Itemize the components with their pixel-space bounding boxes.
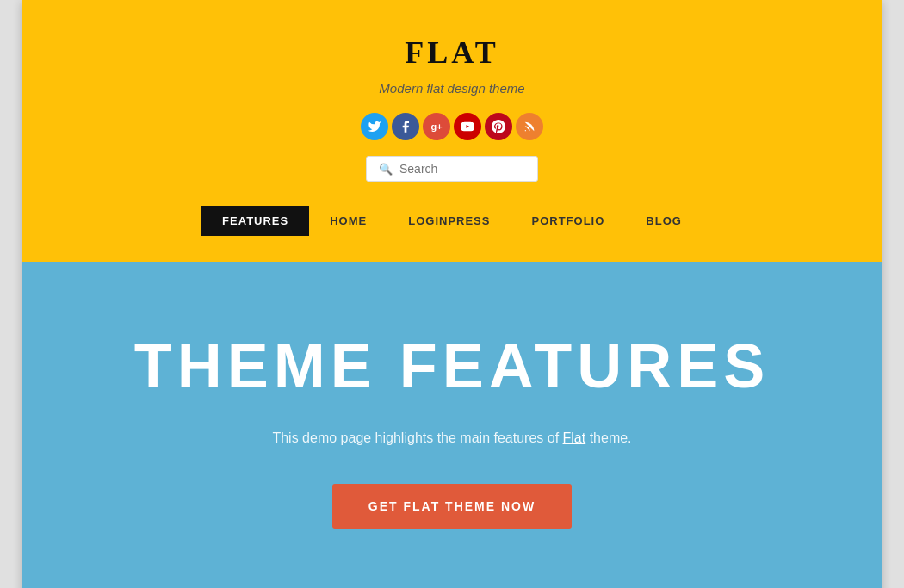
googleplus-icon[interactable]: g+ — [423, 113, 450, 140]
nav-item-home[interactable]: HOME — [309, 206, 387, 236]
hero-desc-prefix: This demo page highlights the main featu… — [272, 430, 562, 445]
nav-item-blog[interactable]: BLOG — [625, 206, 703, 236]
hero-desc-suffix: theme. — [585, 430, 631, 445]
cta-button[interactable]: GET FLAT THEME NOW — [332, 484, 572, 529]
search-icon: 🔍 — [379, 163, 393, 176]
youtube-icon[interactable] — [454, 113, 481, 140]
site-title: FLAT — [405, 34, 498, 71]
facebook-icon[interactable] — [392, 113, 419, 140]
header-section: FLAT Modern flat design theme g+ 🔍 — [22, 0, 882, 262]
search-bar[interactable]: 🔍 — [366, 156, 538, 182]
svg-point-0 — [525, 130, 526, 131]
pinterest-icon[interactable] — [485, 113, 512, 140]
nav-bar: FEATURES HOME LOGINPRESS PORTFOLIO BLOG — [201, 206, 703, 236]
app-container: FLAT Modern flat design theme g+ 🔍 — [22, 0, 882, 588]
hero-title: THEME FEATURES — [134, 331, 771, 401]
search-input[interactable] — [399, 162, 525, 176]
nav-item-features[interactable]: FEATURES — [201, 206, 309, 236]
social-icons: g+ — [361, 113, 543, 140]
rss-icon[interactable] — [516, 113, 543, 140]
site-tagline: Modern flat design theme — [379, 81, 524, 96]
hero-desc-link[interactable]: Flat — [563, 430, 586, 445]
nav-item-loginpress[interactable]: LOGINPRESS — [387, 206, 511, 236]
twitter-icon[interactable] — [361, 113, 388, 140]
hero-section: THEME FEATURES This demo page highlights… — [22, 262, 882, 588]
nav-item-portfolio[interactable]: PORTFOLIO — [511, 206, 625, 236]
hero-description: This demo page highlights the main featu… — [272, 427, 631, 449]
